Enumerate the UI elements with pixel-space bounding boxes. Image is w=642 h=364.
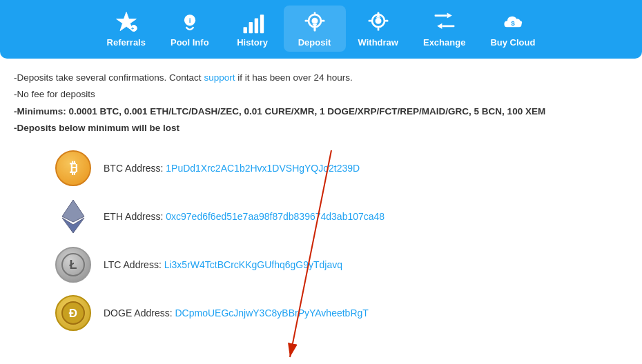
svg-rect-22 [385, 20, 389, 22]
nav-deposit[interactable]: Deposit [284, 6, 346, 52]
svg-point-10 [311, 18, 318, 24]
coin-list: ₿ BTC Address: 1PuDd1Xrc2AC1b2Hvx1DVSHgY… [14, 150, 628, 331]
svg-rect-11 [313, 12, 315, 16]
btc-address-text: BTC Address: 1PuDd1Xrc2AC1b2Hvx1DVSHgYQJ… [104, 163, 360, 174]
main-content: -Deposits take several confirmations. Co… [0, 59, 642, 354]
svg-text:₿: ₿ [70, 159, 77, 176]
svg-rect-7 [254, 19, 257, 34]
svg-rect-27 [442, 26, 454, 28]
svg-rect-24 [377, 13, 379, 17]
svg-rect-25 [434, 14, 447, 17]
doge-address-link[interactable]: DCpmoUEGcJnjwY3C8yBBrPyYAvheetbRgT [175, 307, 368, 318]
svg-marker-28 [437, 23, 442, 29]
svg-text:Ł: Ł [70, 258, 77, 272]
svg-rect-16 [313, 27, 315, 31]
svg-marker-26 [447, 13, 451, 19]
doge-address-text: DOGE Address: DCpmoUEGcJnjwY3C8yBBrPyYAv… [104, 307, 369, 318]
btc-row: ₿ BTC Address: 1PuDd1Xrc2AC1b2Hvx1DVSHgY… [55, 150, 628, 186]
ltc-address-link[interactable]: Li3x5rW4TctBCrcKKgGUfhq6gG9yTdjavq [164, 259, 342, 270]
nav-referrals[interactable]: + Referrals [95, 6, 158, 52]
navigation-bar: + Referrals i Pool Info History [0, 0, 642, 59]
info-line2: -No fee for deposits [14, 86, 628, 103]
svg-rect-5 [243, 27, 246, 33]
nav-deposit-label: Deposit [298, 37, 331, 48]
svg-rect-14 [321, 20, 324, 22]
doge-icon: Ð [55, 295, 91, 331]
nav-pool-info-label: Pool Info [171, 37, 209, 48]
svg-text:i: i [188, 17, 191, 24]
nav-history-label: History [237, 37, 268, 48]
ltc-row: Ł LTC Address: Li3x5rW4TctBCrcKKgGUfhq6g… [55, 247, 628, 283]
nav-exchange-label: Exchange [423, 37, 465, 48]
eth-address-link[interactable]: 0xc97ed6f6ed51e7aa98f87db839674d3ab107ca… [166, 211, 385, 222]
svg-point-18 [375, 18, 381, 24]
nav-exchange[interactable]: Exchange [411, 6, 478, 52]
nav-pool-info[interactable]: i Pool Info [158, 6, 222, 52]
svg-text:Ð: Ð [69, 307, 77, 320]
doge-row: Ð DOGE Address: DCpmoUEGcJnjwY3C8yBBrPyY… [55, 295, 628, 331]
svg-rect-13 [304, 20, 308, 22]
ltc-address-text: LTC Address: Li3x5rW4TctBCrcKKgGUfhq6gG9… [104, 259, 342, 270]
svg-rect-20 [377, 28, 379, 31]
nav-history[interactable]: History [222, 6, 284, 52]
info-line3: -Minimums: 0.0001 BTC, 0.001 ETH/LTC/DAS… [14, 103, 628, 120]
nav-withdraw-label: Withdraw [358, 37, 398, 48]
btc-icon: ₿ [55, 150, 91, 186]
svg-marker-33 [62, 200, 84, 222]
eth-row: ETH Address: 0xc97ed6f6ed51e7aa98f87db83… [55, 199, 628, 234]
nav-referrals-label: Referrals [107, 37, 146, 48]
svg-rect-8 [260, 14, 263, 33]
info-line4: -Deposits below minimum will be lost [14, 120, 628, 136]
eth-address-text: ETH Address: 0xc97ed6f6ed51e7aa98f87db83… [104, 211, 385, 222]
svg-rect-6 [249, 22, 252, 33]
nav-buy-cloud[interactable]: $ Buy Cloud [478, 6, 547, 52]
info-line1: -Deposits take several confirmations. Co… [14, 70, 628, 86]
nav-withdraw[interactable]: Withdraw [346, 6, 411, 52]
svg-text:$: $ [511, 19, 515, 27]
svg-rect-21 [368, 20, 371, 22]
eth-icon [55, 199, 91, 234]
ltc-icon: Ł [55, 247, 91, 283]
svg-text:+: + [131, 26, 134, 32]
btc-address-link[interactable]: 1PuDd1Xrc2AC1b2Hvx1DVSHgYQJo2t239D [166, 163, 360, 174]
nav-buy-cloud-label: Buy Cloud [490, 37, 535, 48]
info-section: -Deposits take several confirmations. Co… [14, 70, 628, 136]
support-link[interactable]: support [204, 72, 235, 83]
